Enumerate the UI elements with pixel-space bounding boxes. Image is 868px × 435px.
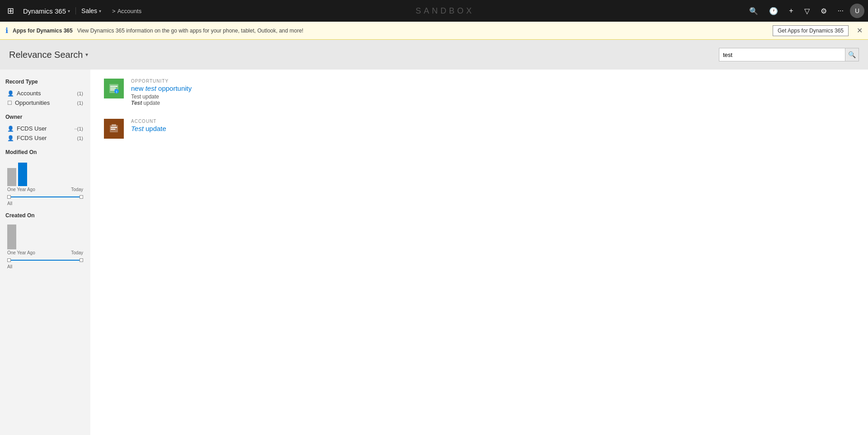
modified-on-chart: One Year Ago Today All [5,159,85,206]
opportunity-icon: ! [104,79,124,98]
breadcrumb: > Accounts [108,8,145,14]
sidebar-item-owner1[interactable]: 👤 FCDS User ··(1) [5,124,85,133]
modified-on-timeline: One Year Ago Today [5,186,85,193]
opportunities-count: (1) [77,100,83,106]
brand-chevron-icon: ▾ [68,9,70,14]
owner2-count: (1) [77,136,83,141]
created-slider-left-handle[interactable] [7,258,11,262]
account-type-label: ACCOUNT [131,119,166,124]
owner1-count: ··(1) [74,126,83,131]
search-icon-btn[interactable]: 🔍 [745,3,763,19]
avatar[interactable]: U [850,4,864,18]
module-chevron-icon: ▾ [99,9,101,14]
created-all-label: All [5,264,85,269]
filter-icon-btn[interactable]: ▽ [800,3,814,19]
opportunity-type-label: OPPORTUNITY [131,79,192,84]
search-input-wrap: 🔍 [719,48,859,61]
settings-icon-btn[interactable]: ⚙ [816,3,831,19]
module-name: Sales [81,7,97,14]
sidebar-item-accounts[interactable]: 👤 Accounts (1) [5,89,85,98]
svg-rect-9 [112,124,116,126]
account-icon [104,119,124,139]
more-icon-btn[interactable]: ··· [833,3,848,19]
result-item-opportunity: ! OPPORTUNITY new test opportunity Test … [104,79,854,108]
created-on-timeline: One Year Ago Today [5,249,85,256]
modified-slider-left-handle[interactable] [7,195,11,199]
brand-link[interactable]: Dynamics 365 ▾ [19,7,74,15]
account-title-link[interactable]: Test update [131,125,166,132]
created-slider-right-handle[interactable] [80,258,83,262]
owner-section-title: Owner [5,114,85,120]
owner2-icon: 👤 [7,135,14,141]
notif-brand-label: Apps for Dynamics 365 [13,28,73,34]
breadcrumb-label[interactable]: Accounts [117,8,141,14]
search-bar: Relevance Search ▾ 🔍 [0,40,868,70]
opportunity-subtitle1: Test update [131,94,192,100]
search-input[interactable] [719,48,845,61]
modified-slider-right-handle[interactable] [80,195,83,199]
svg-rect-8 [111,129,115,130]
sandbox-label: SANDBOX [147,6,743,16]
opportunity-subtitle2: Test update [131,100,192,106]
created-on-bars [5,222,85,249]
search-submit-button[interactable]: 🔍 [845,48,859,61]
svg-rect-1 [110,86,117,87]
brand-name: Dynamics 365 [23,7,66,15]
modified-on-section-title: Modified On [5,149,85,155]
breadcrumb-sep: > [112,8,116,14]
results-area: ! OPPORTUNITY new test opportunity Test … [90,70,868,435]
bar-1 [7,168,16,186]
sidebar: Record Type 👤 Accounts (1) ☐ Opportuniti… [0,70,90,435]
accounts-count: (1) [77,91,83,96]
apps-grid-icon[interactable]: ⊞ [4,2,18,19]
accounts-label: Accounts [17,90,41,97]
modified-on-bars [5,159,85,186]
sidebar-item-owner2[interactable]: 👤 FCDS User (1) [5,133,85,143]
modified-slider[interactable] [5,193,85,200]
created-on-chart: One Year Ago Today All [5,222,85,269]
add-icon-btn[interactable]: + [784,3,798,19]
opportunity-content: OPPORTUNITY new test opportunity Test up… [131,79,192,106]
search-title-label: Relevance Search [9,50,83,60]
created-end-label: Today [71,250,83,255]
top-nav: ⊞ Dynamics 365 ▾ Sales ▾ > Accounts SAND… [0,0,868,22]
owner1-label: FCDS User [17,125,47,132]
modified-start-label: One Year Ago [7,187,35,192]
owner2-label: FCDS User [17,135,47,141]
opportunities-label: Opportunities [15,99,50,106]
close-notification-icon[interactable]: ✕ [857,26,863,35]
modified-all-label: All [5,201,85,206]
svg-rect-2 [110,88,116,89]
main-layout: Record Type 👤 Accounts (1) ☐ Opportuniti… [0,70,868,435]
account-content: ACCOUNT Test update [131,119,166,134]
svg-rect-3 [110,89,115,90]
sidebar-item-opportunities[interactable]: ☐ Opportunities (1) [5,98,85,108]
search-title-chevron-icon[interactable]: ▾ [85,51,88,58]
get-apps-button[interactable]: Get Apps for Dynamics 365 [773,25,849,36]
created-start-label: One Year Ago [7,250,35,255]
module-nav[interactable]: Sales ▾ [75,7,107,14]
result-item-account: ACCOUNT Test update [104,119,854,140]
opportunity-title-link[interactable]: new test opportunity [131,84,192,92]
notification-bar: ℹ Apps for Dynamics 365 View Dynamics 36… [0,22,868,40]
created-bar-1 [7,225,16,249]
history-icon-btn[interactable]: 🕐 [765,3,783,19]
bar-2 [18,163,27,186]
created-slider[interactable] [5,256,85,263]
svg-text:!: ! [116,90,117,94]
info-icon: ℹ [5,26,8,35]
record-type-section-title: Record Type [5,79,85,85]
svg-rect-7 [111,127,117,128]
accounts-icon: 👤 [7,90,14,97]
search-title: Relevance Search ▾ [9,50,88,60]
owner1-icon: 👤 [7,126,14,132]
modified-end-label: Today [71,187,83,192]
opportunities-icon: ☐ [7,100,12,106]
nav-icons: 🔍 🕐 + ▽ ⚙ ··· U [745,3,864,19]
notif-message: View Dynamics 365 information on the go … [77,28,768,34]
created-on-section-title: Created On [5,212,85,219]
